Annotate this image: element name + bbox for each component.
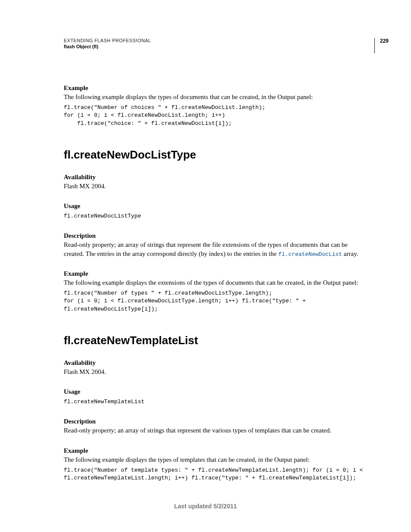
availability-text: Flash MX 2004. xyxy=(64,182,363,190)
example-intro-text: The following example displays the types… xyxy=(64,455,363,464)
section-label-usage: Usage xyxy=(64,388,363,395)
doc-header-title: EXTENDING FLASH PROFESSIONAL xyxy=(64,38,374,43)
description-text: Read-only property; an array of strings … xyxy=(64,240,363,258)
api-heading-createnewdoclisttype: fl.createNewDocListType xyxy=(64,148,363,162)
description-text: Read-only property; an array of strings … xyxy=(64,426,363,435)
page-number: 229 xyxy=(374,38,389,53)
code-block: fl.trace("Number of template types: " + … xyxy=(64,467,363,482)
section-label-example: Example xyxy=(64,84,363,92)
description-text-b: array. xyxy=(342,250,358,257)
section-label-availability: Availability xyxy=(64,174,363,181)
usage-code: fl.createNewTemplateList xyxy=(64,398,363,406)
example-intro-text: The following example displays the types… xyxy=(64,93,363,101)
page-footer: Last updated 5/2/2011 xyxy=(0,503,411,510)
availability-text: Flash MX 2004. xyxy=(64,367,363,376)
code-block: fl.trace("Number of types " + fl.createN… xyxy=(64,289,363,313)
code-block: fl.trace("Number of choices " + fl.creat… xyxy=(64,104,363,128)
doc-header-subtitle: flash Object (fl) xyxy=(64,44,374,49)
section-label-usage: Usage xyxy=(64,202,363,210)
section-label-description: Description xyxy=(64,232,363,240)
section-label-example: Example xyxy=(64,270,363,277)
api-heading-createnewtemplatelist: fl.createNewTemplateList xyxy=(64,334,363,347)
section-label-availability: Availability xyxy=(64,359,363,367)
example-intro-text: The following example displays the exten… xyxy=(64,278,363,287)
usage-code: fl.createNewDocListType xyxy=(64,212,363,220)
inline-code-link[interactable]: fl.createNewDocList xyxy=(278,251,342,258)
section-label-example: Example xyxy=(64,447,363,454)
section-label-description: Description xyxy=(64,418,363,425)
